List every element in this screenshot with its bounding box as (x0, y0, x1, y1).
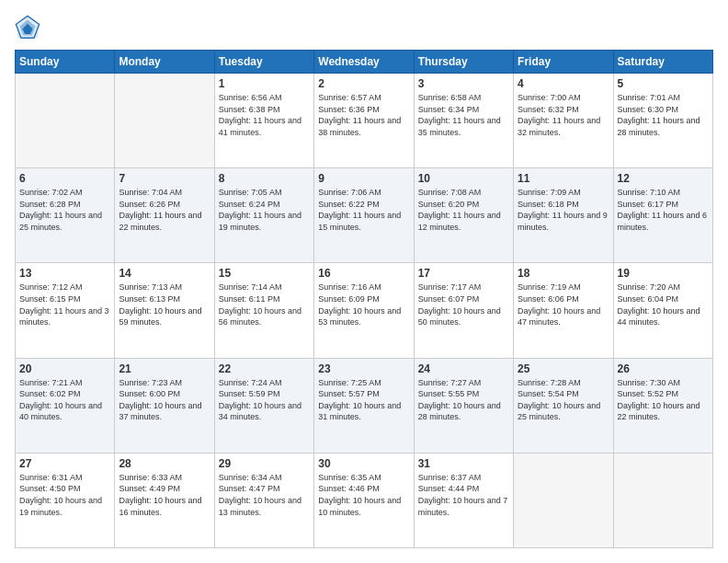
day-info: Sunrise: 7:01 AM Sunset: 6:30 PM Dayligh… (618, 92, 709, 138)
day-info: Sunrise: 7:25 AM Sunset: 5:57 PM Dayligh… (318, 377, 409, 423)
day-number: 25 (518, 362, 609, 375)
day-info: Sunrise: 7:09 AM Sunset: 6:18 PM Dayligh… (518, 187, 609, 233)
calendar-cell: 25Sunrise: 7:28 AM Sunset: 5:54 PM Dayli… (514, 358, 613, 453)
day-number: 2 (318, 77, 409, 90)
calendar-cell: 31Sunrise: 6:37 AM Sunset: 4:44 PM Dayli… (414, 453, 513, 547)
calendar-cell (613, 453, 712, 547)
calendar-cell: 27Sunrise: 6:31 AM Sunset: 4:50 PM Dayli… (16, 453, 115, 547)
day-info: Sunrise: 7:21 AM Sunset: 6:02 PM Dayligh… (19, 377, 110, 423)
day-number: 19 (618, 267, 709, 280)
day-info: Sunrise: 7:14 AM Sunset: 6:11 PM Dayligh… (219, 282, 310, 327)
calendar-weekday-tuesday: Tuesday (214, 51, 313, 74)
day-number: 28 (119, 457, 210, 470)
day-info: Sunrise: 7:06 AM Sunset: 6:22 PM Dayligh… (318, 187, 409, 233)
calendar-cell: 7Sunrise: 7:04 AM Sunset: 6:26 PM Daylig… (115, 168, 214, 263)
calendar-week-row: 13Sunrise: 7:12 AM Sunset: 6:15 PM Dayli… (16, 263, 713, 358)
calendar-weekday-friday: Friday (514, 51, 613, 74)
day-number: 13 (19, 267, 110, 280)
calendar-cell: 23Sunrise: 7:25 AM Sunset: 5:57 PM Dayli… (314, 358, 414, 453)
calendar-cell: 1Sunrise: 6:56 AM Sunset: 6:38 PM Daylig… (214, 74, 313, 168)
calendar-weekday-monday: Monday (115, 51, 214, 74)
calendar-cell: 15Sunrise: 7:14 AM Sunset: 6:11 PM Dayli… (214, 263, 313, 358)
day-info: Sunrise: 6:33 AM Sunset: 4:49 PM Dayligh… (119, 472, 210, 518)
day-info: Sunrise: 7:05 AM Sunset: 6:24 PM Dayligh… (219, 187, 310, 233)
day-number: 6 (19, 172, 110, 185)
calendar-cell: 30Sunrise: 6:35 AM Sunset: 4:46 PM Dayli… (314, 453, 414, 547)
day-number: 24 (418, 362, 509, 375)
day-info: Sunrise: 6:37 AM Sunset: 4:44 PM Dayligh… (418, 472, 509, 518)
day-number: 21 (119, 362, 210, 375)
day-info: Sunrise: 7:23 AM Sunset: 6:00 PM Dayligh… (119, 377, 210, 423)
day-number: 10 (418, 172, 509, 185)
calendar-cell (16, 74, 115, 168)
day-info: Sunrise: 6:34 AM Sunset: 4:47 PM Dayligh… (219, 472, 310, 518)
calendar-cell (514, 453, 613, 547)
calendar-week-row: 1Sunrise: 6:56 AM Sunset: 6:38 PM Daylig… (16, 74, 713, 168)
logo-icon (15, 15, 40, 40)
calendar-cell: 6Sunrise: 7:02 AM Sunset: 6:28 PM Daylig… (16, 168, 115, 263)
day-number: 12 (618, 172, 709, 185)
day-number: 14 (119, 267, 210, 280)
calendar-cell (115, 74, 214, 168)
calendar-cell: 4Sunrise: 7:00 AM Sunset: 6:32 PM Daylig… (514, 74, 613, 168)
day-number: 17 (418, 267, 509, 280)
day-info: Sunrise: 7:00 AM Sunset: 6:32 PM Dayligh… (518, 92, 609, 138)
day-info: Sunrise: 7:24 AM Sunset: 5:59 PM Dayligh… (219, 377, 310, 423)
day-number: 16 (318, 267, 409, 280)
day-info: Sunrise: 7:12 AM Sunset: 6:15 PM Dayligh… (19, 282, 110, 327)
day-info: Sunrise: 7:30 AM Sunset: 5:52 PM Dayligh… (618, 377, 709, 423)
day-number: 4 (518, 77, 609, 90)
calendar-cell: 19Sunrise: 7:20 AM Sunset: 6:04 PM Dayli… (613, 263, 712, 358)
day-number: 20 (19, 362, 110, 375)
day-number: 30 (318, 457, 409, 470)
calendar-weekday-thursday: Thursday (414, 51, 513, 74)
day-number: 9 (318, 172, 409, 185)
calendar-week-row: 6Sunrise: 7:02 AM Sunset: 6:28 PM Daylig… (16, 168, 713, 263)
calendar-cell: 11Sunrise: 7:09 AM Sunset: 6:18 PM Dayli… (514, 168, 613, 263)
day-number: 8 (219, 172, 310, 185)
day-info: Sunrise: 7:19 AM Sunset: 6:06 PM Dayligh… (518, 282, 609, 327)
day-info: Sunrise: 7:20 AM Sunset: 6:04 PM Dayligh… (618, 282, 709, 327)
calendar-cell: 26Sunrise: 7:30 AM Sunset: 5:52 PM Dayli… (613, 358, 712, 453)
day-number: 27 (19, 457, 110, 470)
calendar-cell: 12Sunrise: 7:10 AM Sunset: 6:17 PM Dayli… (613, 168, 712, 263)
calendar-cell: 5Sunrise: 7:01 AM Sunset: 6:30 PM Daylig… (613, 74, 712, 168)
day-number: 11 (518, 172, 609, 185)
day-info: Sunrise: 6:58 AM Sunset: 6:34 PM Dayligh… (418, 92, 509, 138)
calendar-weekday-wednesday: Wednesday (314, 51, 414, 74)
calendar-cell: 28Sunrise: 6:33 AM Sunset: 4:49 PM Dayli… (115, 453, 214, 547)
day-number: 29 (219, 457, 310, 470)
calendar-cell: 24Sunrise: 7:27 AM Sunset: 5:55 PM Dayli… (414, 358, 513, 453)
calendar-weekday-sunday: Sunday (16, 51, 115, 74)
day-info: Sunrise: 7:13 AM Sunset: 6:13 PM Dayligh… (119, 282, 210, 327)
day-number: 23 (318, 362, 409, 375)
calendar-cell: 22Sunrise: 7:24 AM Sunset: 5:59 PM Dayli… (214, 358, 313, 453)
page: SundayMondayTuesdayWednesdayThursdayFrid… (0, 0, 728, 563)
day-number: 7 (119, 172, 210, 185)
calendar-cell: 10Sunrise: 7:08 AM Sunset: 6:20 PM Dayli… (414, 168, 513, 263)
day-info: Sunrise: 7:04 AM Sunset: 6:26 PM Dayligh… (119, 187, 210, 233)
day-info: Sunrise: 6:31 AM Sunset: 4:50 PM Dayligh… (19, 472, 110, 518)
day-info: Sunrise: 7:27 AM Sunset: 5:55 PM Dayligh… (418, 377, 509, 423)
day-info: Sunrise: 6:56 AM Sunset: 6:38 PM Dayligh… (219, 92, 310, 138)
day-number: 18 (518, 267, 609, 280)
calendar-cell: 9Sunrise: 7:06 AM Sunset: 6:22 PM Daylig… (314, 168, 414, 263)
calendar-weekday-saturday: Saturday (613, 51, 712, 74)
calendar-cell: 8Sunrise: 7:05 AM Sunset: 6:24 PM Daylig… (214, 168, 313, 263)
day-info: Sunrise: 6:57 AM Sunset: 6:36 PM Dayligh… (318, 92, 409, 138)
day-info: Sunrise: 7:08 AM Sunset: 6:20 PM Dayligh… (418, 187, 509, 233)
logo (15, 15, 44, 40)
calendar-cell: 17Sunrise: 7:17 AM Sunset: 6:07 PM Dayli… (414, 263, 513, 358)
day-info: Sunrise: 7:28 AM Sunset: 5:54 PM Dayligh… (518, 377, 609, 423)
day-number: 31 (418, 457, 509, 470)
calendar-header-row: SundayMondayTuesdayWednesdayThursdayFrid… (16, 51, 713, 74)
day-info: Sunrise: 6:35 AM Sunset: 4:46 PM Dayligh… (318, 472, 409, 518)
calendar-week-row: 20Sunrise: 7:21 AM Sunset: 6:02 PM Dayli… (16, 358, 713, 453)
calendar-cell: 29Sunrise: 6:34 AM Sunset: 4:47 PM Dayli… (214, 453, 313, 547)
day-info: Sunrise: 7:16 AM Sunset: 6:09 PM Dayligh… (318, 282, 409, 327)
calendar-cell: 20Sunrise: 7:21 AM Sunset: 6:02 PM Dayli… (16, 358, 115, 453)
day-info: Sunrise: 7:17 AM Sunset: 6:07 PM Dayligh… (418, 282, 509, 327)
calendar-cell: 21Sunrise: 7:23 AM Sunset: 6:00 PM Dayli… (115, 358, 214, 453)
header (15, 15, 713, 40)
day-number: 5 (618, 77, 709, 90)
